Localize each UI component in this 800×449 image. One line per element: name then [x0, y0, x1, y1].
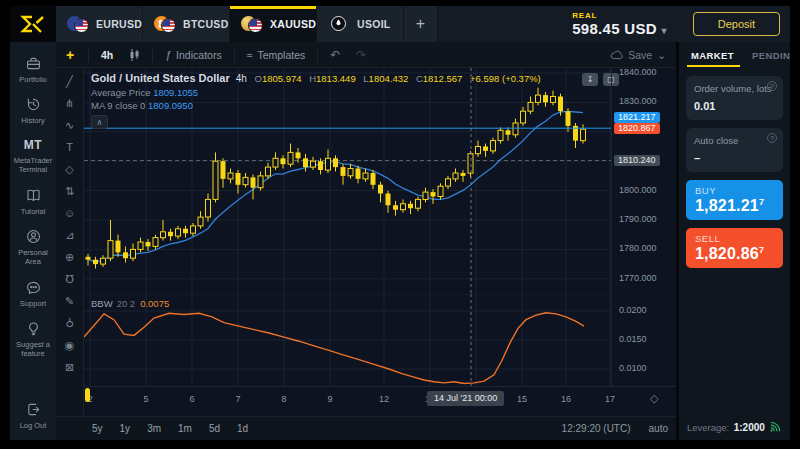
range-3m-button[interactable]: 3m — [147, 423, 161, 434]
range-1y-button[interactable]: 1y — [120, 423, 131, 434]
templates-button[interactable]: ≈ Templates — [239, 49, 314, 61]
chevron-down-icon[interactable]: ▾ — [661, 25, 666, 36]
sell-button[interactable]: SELL 1,820.867 — [686, 228, 783, 268]
order-volume-value[interactable]: 0.01 — [694, 100, 775, 112]
tab-usoil[interactable]: USOIL — [317, 6, 404, 42]
briefcase-icon — [25, 55, 42, 72]
sidebar-item-history[interactable]: History — [10, 96, 56, 125]
time-axis-label: 15 — [510, 394, 534, 404]
toolbar-divider — [152, 48, 153, 62]
sidebar-item-suggest-feature[interactable]: Suggest a feature — [10, 320, 56, 359]
save-layout-button[interactable]: Save ⌄ — [610, 49, 676, 61]
tool-measure-ruler-icon[interactable]: ⊿ — [62, 228, 78, 242]
time-axis-label: 16 — [554, 394, 578, 404]
undo-button[interactable]: ↶ — [322, 48, 348, 62]
range-5d-button[interactable]: 5d — [209, 423, 220, 434]
tool-trend-line-icon[interactable]: ╱ — [62, 74, 78, 88]
add-instrument-button[interactable]: + — [404, 6, 438, 42]
tab-eurusd[interactable]: EURUSD — [56, 6, 143, 42]
tab-label: BTCUSD — [183, 18, 229, 30]
auto-close-label: Auto close — [694, 135, 775, 146]
indicators-button[interactable]: ƒ Indicators — [157, 49, 229, 61]
chart-bottom-bar: 5y 1y 3m 1m 5d 1d 12:29:20 (UTC) auto — [56, 416, 676, 440]
time-axis-label: 12 — [372, 394, 396, 404]
sidebar-item-logout[interactable]: Log Out — [10, 401, 56, 430]
crosshair-tool-icon[interactable]: + — [56, 47, 84, 63]
auto-close-field[interactable]: Auto close – ? — [686, 128, 783, 172]
account-type-badge: REAL — [572, 11, 667, 20]
legend-collapse-button[interactable]: ∧ — [91, 115, 108, 129]
range-1m-button[interactable]: 1m — [178, 423, 192, 434]
go-to-latest-icon[interactable]: ◇ — [650, 392, 658, 405]
tool-text-icon[interactable]: T — [62, 140, 78, 154]
legend-timeframe: 4h — [236, 73, 247, 84]
auto-close-value[interactable]: – — [694, 152, 775, 164]
order-volume-field[interactable]: Order volume, lots 0.01 ? — [686, 76, 783, 120]
timeframe-button[interactable]: 4h — [93, 49, 121, 61]
crosshair-time-badge: 14 Jul '21 00:00 — [427, 391, 504, 406]
mt-icon: MT — [24, 138, 42, 153]
toolbar-divider — [234, 48, 235, 62]
price-axis-label: 1830.000 — [619, 96, 657, 107]
xauusd-pair-icon — [241, 16, 263, 32]
top-bar: EURUSD ₿ BTCUSD XAUUSD USOIL + — [10, 6, 790, 42]
legend-ma-row: MA 9 close 0 1809.0950 — [91, 99, 541, 113]
tool-zoom-in-icon[interactable]: ⊕ — [62, 250, 78, 264]
time-axis[interactable]: 256789121315161714 Jul '21 00:00 — [84, 386, 676, 416]
tab-xauusd[interactable]: XAUUSD — [230, 6, 317, 42]
lightbulb-icon — [25, 320, 42, 337]
tab-btcusd[interactable]: ₿ BTCUSD — [143, 6, 230, 42]
chart-style-button[interactable] — [121, 49, 148, 61]
tool-magnet-icon[interactable]: ℧ — [62, 272, 78, 286]
timezone-mode-button[interactable]: auto — [649, 423, 668, 434]
price-axis[interactable]: 1840.0001830.0001800.0001790.0001780.000… — [611, 68, 676, 386]
deposit-button[interactable]: Deposit — [693, 12, 780, 36]
chart-body[interactable]: Gold / United States Dollar4h O1805.974 … — [84, 68, 676, 416]
tool-edit-pencil-icon[interactable]: ✎ — [62, 294, 78, 308]
tab-pending[interactable]: PENDING — [746, 50, 790, 61]
ohlc-open: O1805.974 — [255, 73, 302, 84]
sidebar-item-metatrader[interactable]: MT MetaTrader Terminal — [10, 138, 56, 175]
redo-button[interactable]: ↷ — [348, 48, 374, 62]
oil-drop-icon — [331, 16, 346, 31]
account-area: REAL 598.45 USD ▾ Deposit — [572, 6, 790, 42]
tool-lock-icon[interactable]: ⚲ — [62, 316, 78, 330]
scroll-to-recent-button[interactable]: ↧ — [582, 73, 598, 86]
account-summary[interactable]: REAL 598.45 USD ▾ — [572, 11, 667, 37]
bbw-indicator-label: BBW20 20.0075 — [91, 298, 169, 309]
time-axis-label: 2 — [78, 394, 102, 404]
drawing-toolbar: ╱⋔∿T◇⇅☺⊿⊕℧✎⚲◉⊠ — [56, 68, 84, 416]
sidebar-item-personal-area[interactable]: Personal Area — [10, 228, 56, 267]
cloud-icon — [610, 50, 623, 60]
tool-hide-eye-icon[interactable]: ◉ — [62, 338, 78, 352]
sidebar-item-support[interactable]: Support — [10, 279, 56, 308]
tab-market[interactable]: MARKET — [679, 42, 746, 68]
chart-toolbar: + 4h ƒ Indicators ≈ Templates ↶ ↷ — [56, 42, 676, 68]
candlestick-icon — [129, 49, 140, 61]
chat-bubble-icon — [25, 279, 42, 296]
range-5y-button[interactable]: 5y — [92, 423, 103, 434]
sidebar-item-portfolio[interactable]: Portfolio — [10, 55, 56, 84]
tool-xabcd-pattern-icon[interactable]: ◇ — [62, 162, 78, 176]
tool-pitchfork-icon[interactable]: ⋔ — [62, 96, 78, 110]
exness-logo[interactable] — [10, 6, 56, 42]
range-1d-button[interactable]: 1d — [237, 423, 248, 434]
help-icon[interactable]: ? — [767, 81, 777, 91]
order-panel: MARKET PENDING Order volume, lots 0.01 ?… — [676, 42, 790, 440]
buy-price: 1,821.217 — [695, 197, 774, 215]
sidebar-item-tutorial[interactable]: Tutorial — [10, 187, 56, 216]
tool-brush-icon[interactable]: ∿ — [62, 118, 78, 132]
symbol-title: Gold / United States Dollar — [91, 72, 230, 84]
bid-price-badge: 1820.867 — [614, 123, 660, 134]
buy-button[interactable]: BUY 1,821.217 — [686, 180, 783, 220]
tool-remove-trash-icon[interactable]: ⊠ — [62, 360, 78, 374]
chevron-down-icon: ⌄ — [657, 49, 666, 61]
exness-logo-icon — [20, 15, 46, 33]
time-axis-label: 6 — [180, 394, 204, 404]
tool-long-short-position-icon[interactable]: ⇅ — [62, 184, 78, 198]
tab-label: EURUSD — [96, 18, 142, 30]
time-axis-label: 17 — [598, 394, 622, 404]
tool-emoji-icon[interactable]: ☺ — [62, 206, 78, 220]
help-icon[interactable]: ? — [767, 133, 777, 143]
connection-signal-icon — [769, 420, 782, 433]
